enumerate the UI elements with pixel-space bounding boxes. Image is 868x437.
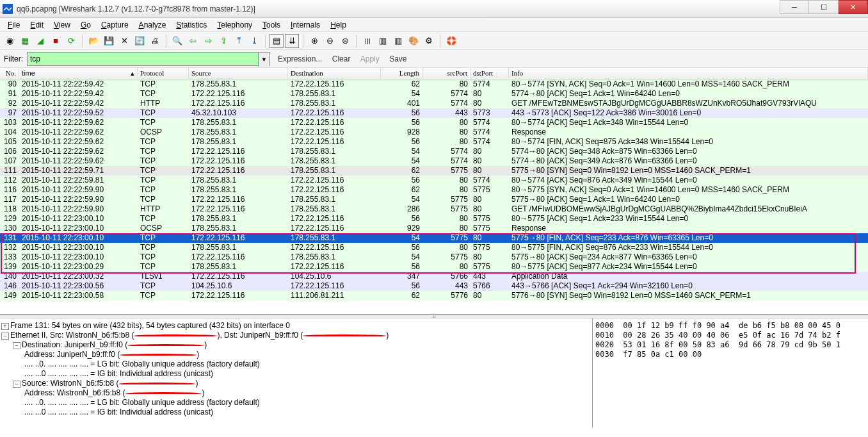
menu-file[interactable]: File bbox=[8, 21, 20, 29]
packet-row[interactable]: 1122015-10-11 22:22:59.81TCP178.255.83.1… bbox=[0, 176, 868, 185]
packet-row[interactable]: 922015-10-11 22:22:59.42HTTP172.22.125.1… bbox=[0, 99, 868, 108]
menu-telephony[interactable]: Telephony bbox=[217, 21, 252, 29]
save-icon[interactable]: 💾 bbox=[102, 34, 116, 48]
packet-row[interactable]: 1492015-10-11 22:23:00.58TCP172.22.125.1… bbox=[0, 291, 868, 301]
packet-list[interactable]: No. time ▴ Protocol Source Destination L… bbox=[0, 68, 868, 315]
menu-edit[interactable]: Edit bbox=[30, 21, 44, 29]
back-icon[interactable]: ⇦ bbox=[186, 34, 200, 48]
prefs-icon[interactable]: ⚙ bbox=[422, 34, 436, 48]
col-src[interactable]: Source bbox=[189, 68, 288, 79]
packet-row[interactable]: 1182015-10-11 22:22:59.90HTTP172.22.125.… bbox=[0, 204, 868, 214]
filter-input[interactable]: tcp ▼ bbox=[27, 52, 270, 66]
lg-line[interactable]: .... ..0. .... .... .... .... = LG bit: … bbox=[1, 359, 591, 369]
minimize-button[interactable]: ─ bbox=[780, 0, 809, 14]
eth-line[interactable]: Ethernet II, Src: WistronN_b6:f5:b8 bbox=[10, 331, 131, 340]
print-icon[interactable]: 🖨 bbox=[148, 34, 162, 48]
resize-cols-icon[interactable]: ⫼ bbox=[360, 34, 374, 48]
gotofirst-icon[interactable]: ⤒ bbox=[232, 34, 246, 48]
packet-row[interactable]: 1312015-10-11 22:23:00.10TCP172.22.125.1… bbox=[0, 233, 868, 243]
packet-row[interactable]: 912015-10-11 22:22:59.42TCP172.22.125.11… bbox=[0, 89, 868, 99]
zoomout-icon[interactable]: ⊖ bbox=[323, 34, 337, 48]
packet-row[interactable]: 1392015-10-11 22:23:00.29TCP178.255.83.1… bbox=[0, 262, 868, 272]
packet-row[interactable]: 902015-10-11 22:22:59.42TCP178.255.83.11… bbox=[0, 79, 868, 89]
col-proto[interactable]: Protocol bbox=[138, 68, 189, 79]
zoom100-icon[interactable]: ⊜ bbox=[338, 34, 352, 48]
open-icon[interactable]: 📂 bbox=[86, 34, 100, 48]
col-sport[interactable]: srcPort bbox=[422, 68, 470, 79]
col-time[interactable]: time ▴ bbox=[19, 68, 138, 79]
menu-go[interactable]: Go bbox=[81, 21, 91, 29]
window-titlebar: qq6.pcapng [Wireshark 1.12.7 (v1.12.7-0-… bbox=[0, 0, 868, 18]
menu-help[interactable]: Help bbox=[330, 21, 346, 29]
options-icon[interactable]: ▦ bbox=[18, 34, 32, 48]
save-filter-button[interactable]: Save bbox=[389, 54, 406, 63]
reload-icon[interactable]: 🔄 bbox=[133, 34, 147, 48]
apply-button[interactable]: Apply bbox=[360, 54, 380, 63]
expand-icon[interactable]: − bbox=[13, 342, 20, 349]
dest-line[interactable]: Destination: JuniperN_b9:ff:f0 bbox=[22, 340, 125, 349]
dest-addr-line[interactable]: Address: JuniperN_b9:ff:f0 () bbox=[1, 350, 591, 359]
col-dst[interactable]: Destination bbox=[288, 68, 381, 79]
frame-line[interactable]: Frame 131: 54 bytes on wire (432 bits), … bbox=[10, 321, 290, 330]
packet-row[interactable]: 1332015-10-11 22:23:00.10TCP172.22.125.1… bbox=[0, 252, 868, 262]
expand-icon[interactable]: + bbox=[1, 323, 9, 330]
packet-row[interactable]: 1112015-10-11 22:22:59.71TCP172.22.125.1… bbox=[0, 166, 868, 176]
goto-icon[interactable]: ⇪ bbox=[216, 34, 230, 48]
packet-details[interactable]: +Frame 131: 54 bytes on wire (432 bits),… bbox=[0, 318, 593, 427]
maximize-button[interactable]: ☐ bbox=[809, 0, 839, 14]
packet-row[interactable]: 1162015-10-11 22:22:59.90TCP178.255.83.1… bbox=[0, 185, 868, 195]
stop-icon[interactable]: ■ bbox=[49, 34, 63, 48]
forward-icon[interactable]: ⇨ bbox=[201, 34, 215, 48]
menu-analyze[interactable]: Analyze bbox=[139, 21, 166, 29]
autoscroll-icon[interactable]: ⇊ bbox=[285, 34, 299, 48]
find-icon[interactable]: 🔍 bbox=[170, 34, 184, 48]
packet-list-header[interactable]: No. time ▴ Protocol Source Destination L… bbox=[0, 68, 868, 79]
filter-dropdown-icon[interactable]: ▼ bbox=[258, 53, 269, 67]
packet-bytes[interactable]: 0000 00 1f 12 b9 ff f0 90 a4 de b6 f5 b8… bbox=[593, 318, 868, 427]
col-len[interactable]: Length bbox=[381, 68, 422, 79]
expand-icon[interactable]: − bbox=[1, 333, 9, 340]
menu-internals[interactable]: Internals bbox=[291, 21, 320, 29]
colorize-icon[interactable]: ▤ bbox=[269, 34, 284, 48]
zoomin-icon[interactable]: ⊕ bbox=[307, 34, 321, 48]
col-dport[interactable]: dstPort bbox=[470, 68, 509, 79]
menu-view[interactable]: View bbox=[54, 21, 70, 29]
lg-line2[interactable]: .... ..0. .... .... .... .... = LG bit: … bbox=[1, 398, 591, 408]
close-file-icon[interactable]: ✕ bbox=[117, 34, 131, 48]
packet-row[interactable]: 1462015-10-11 22:23:00.56TCP104.25.10.61… bbox=[0, 281, 868, 291]
packet-row[interactable]: 972015-10-11 22:22:59.52TCP45.32.10.1031… bbox=[0, 108, 868, 118]
packet-row[interactable]: 1402015-10-11 22:23:00.32TLSv1172.22.125… bbox=[0, 272, 868, 281]
packet-row[interactable]: 1052015-10-11 22:22:59.62TCP178.255.83.1… bbox=[0, 137, 868, 147]
packet-row[interactable]: 1172015-10-11 22:22:59.90TCP172.22.125.1… bbox=[0, 195, 868, 204]
start-icon[interactable]: ◢ bbox=[33, 34, 47, 48]
packet-row[interactable]: 1072015-10-11 22:22:59.62TCP172.22.125.1… bbox=[0, 156, 868, 166]
packet-row[interactable]: 1292015-10-11 22:23:00.10TCP178.255.83.1… bbox=[0, 214, 868, 224]
window-title: qq6.pcapng [Wireshark 1.12.7 (v1.12.7-0-… bbox=[17, 4, 255, 13]
coloring-rules-icon[interactable]: 🎨 bbox=[406, 34, 421, 48]
menu-tools[interactable]: Tools bbox=[262, 21, 280, 29]
col-info[interactable]: Info bbox=[509, 68, 868, 79]
col-no[interactable]: No. bbox=[0, 68, 19, 79]
display-filters-icon[interactable]: ▥ bbox=[391, 34, 405, 48]
src-addr-line[interactable]: Address: WistronN_b6:f5:b8 () bbox=[1, 388, 591, 398]
packet-row[interactable]: 1302015-10-11 22:23:00.10OCSP178.255.83.… bbox=[0, 224, 868, 233]
restart-icon[interactable]: ⟳ bbox=[64, 34, 78, 48]
ig-line[interactable]: .... ...0 .... .... .... .... = IG bit: … bbox=[1, 369, 591, 379]
gotolast-icon[interactable]: ⤓ bbox=[247, 34, 261, 48]
menu-statistics[interactable]: Statistics bbox=[176, 21, 207, 29]
packet-row[interactable]: 1042015-10-11 22:22:59.62OCSP178.255.83.… bbox=[0, 128, 868, 137]
packet-row[interactable]: 1032015-10-11 22:22:59.62TCP178.255.83.1… bbox=[0, 118, 868, 128]
menu-capture[interactable]: Capture bbox=[101, 21, 129, 29]
filter-bar: Filter: tcp ▼ Expression... Clear Apply … bbox=[0, 50, 868, 68]
packet-row[interactable]: 1322015-10-11 22:23:00.10TCP178.255.83.1… bbox=[0, 243, 868, 252]
help-icon[interactable]: 🛟 bbox=[444, 34, 458, 48]
close-button[interactable]: ✕ bbox=[839, 0, 868, 14]
clear-button[interactable]: Clear bbox=[332, 54, 351, 63]
ig-line2[interactable]: .... ...0 .... .... .... .... = IG bit: … bbox=[1, 408, 591, 417]
src-line[interactable]: Source: WistronN_b6:f5:b8 bbox=[22, 379, 116, 388]
capture-filters-icon[interactable]: ▥ bbox=[376, 34, 390, 48]
expand-icon[interactable]: − bbox=[13, 381, 20, 388]
expression-button[interactable]: Expression... bbox=[278, 54, 322, 63]
packet-row[interactable]: 1062015-10-11 22:22:59.62TCP172.22.125.1… bbox=[0, 147, 868, 156]
interfaces-icon[interactable]: ◉ bbox=[3, 34, 17, 48]
